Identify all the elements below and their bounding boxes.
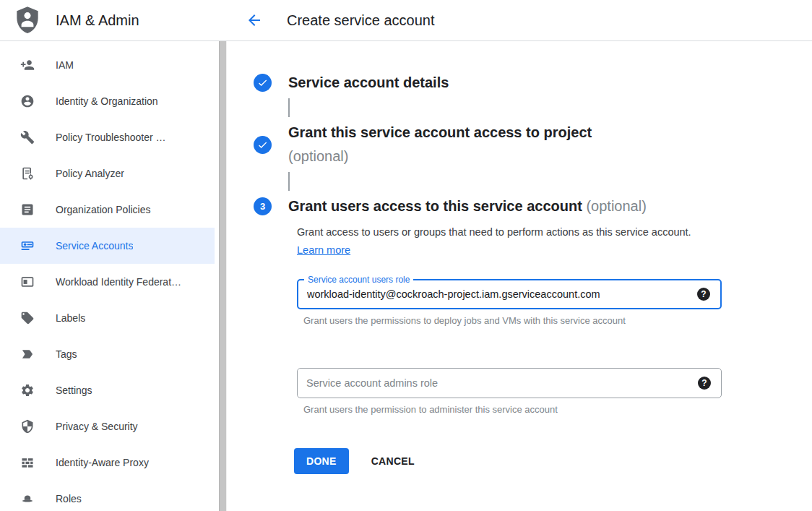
cancel-button[interactable]: CANCEL: [371, 455, 415, 467]
sidebar-item-label: Identity-Aware Proxy: [56, 457, 149, 468]
step-2-optional: (optional): [288, 148, 348, 164]
sidebar-item-label: Policy Troubleshooter …: [56, 132, 166, 143]
sidebar-item-labels[interactable]: Labels: [0, 300, 215, 336]
sidebar-item-policy-troubleshooter[interactable]: Policy Troubleshooter …: [0, 119, 215, 155]
users-role-field: Service account users role ?: [297, 279, 722, 309]
proxy-grid-icon: [20, 455, 35, 470]
badge-card-icon: [20, 275, 35, 289]
label-tag-icon: [20, 311, 35, 325]
learn-more-link[interactable]: Learn more: [297, 244, 350, 256]
form-actions: DONE CANCEL: [294, 448, 783, 474]
sidebar-item-service-accounts[interactable]: Service Accounts: [0, 228, 215, 264]
step-3-description: Grant access to users or groups that nee…: [297, 223, 699, 259]
sidebar-item-privacy-security[interactable]: Privacy & Security: [0, 408, 215, 445]
sidebar-item-label: Policy Analyzer: [56, 168, 124, 179]
sidebar-scrollbar[interactable]: [219, 41, 226, 511]
sidebar-item-roles[interactable]: Roles: [0, 481, 215, 511]
top-bar: IAM & Admin Create service account: [0, 0, 812, 41]
help-icon[interactable]: ?: [697, 288, 710, 301]
main-content: Service account details Grant this servi…: [226, 41, 812, 511]
sidebar-item-policy-analyzer[interactable]: Policy Analyzer: [0, 155, 215, 192]
step-3-body: Grant access to users or groups that nee…: [297, 223, 812, 474]
person-add-icon: [20, 58, 35, 72]
admins-role-helper-text: Grant users the permission to administer…: [297, 404, 716, 415]
sidebar-item-identity-aware-proxy[interactable]: Identity-Aware Proxy: [0, 445, 215, 481]
sidebar-item-iam[interactable]: IAM: [0, 47, 215, 83]
admins-role-field: ?: [297, 368, 722, 398]
article-icon: [20, 202, 35, 217]
arrow-left-icon: [246, 12, 263, 29]
sidebar-item-label: Settings: [56, 385, 92, 396]
step-3-title: Grant users access to this service accou…: [288, 194, 647, 218]
step-3-number-badge: 3: [254, 197, 272, 215]
account-circle-icon: [20, 94, 35, 108]
sidebar-item-label: IAM: [56, 59, 74, 71]
step-3-row: 3 Grant users access to this service acc…: [254, 194, 812, 218]
sidebar-item-label: Identity & Organization: [56, 95, 158, 107]
step-3-optional: (optional): [586, 198, 646, 214]
step-1-row: Service account details: [254, 71, 812, 95]
sidebar-item-label: Privacy & Security: [56, 421, 138, 432]
shield-icon: [20, 419, 35, 434]
help-icon[interactable]: ?: [698, 377, 711, 390]
product-title: IAM & Admin: [56, 0, 139, 41]
sidebar-item-workload-identity-federation[interactable]: Workload Identity Federat…: [0, 264, 215, 300]
sidebar: IAM Identity & Organization Policy Troub…: [0, 41, 226, 511]
step-2-check-icon: [254, 136, 272, 154]
step-connector: [288, 172, 290, 191]
sidebar-item-settings[interactable]: Settings: [0, 372, 215, 408]
sidebar-item-tags[interactable]: Tags: [0, 336, 215, 372]
service-account-key-icon: [20, 239, 35, 253]
step-1-title: Service account details: [288, 71, 449, 95]
step-connector: [288, 98, 290, 117]
sidebar-item-label: Roles: [56, 493, 82, 504]
document-gear-icon: [20, 166, 35, 181]
sidebar-item-label: Labels: [56, 312, 85, 324]
sidebar-item-label: Workload Identity Federat…: [56, 276, 181, 288]
service-account-admins-role-input[interactable]: [298, 369, 721, 398]
step-2-row: Grant this service account access to pro…: [254, 121, 812, 168]
done-button[interactable]: DONE: [294, 448, 349, 474]
step-2-title: Grant this service account access to pro…: [288, 121, 649, 168]
step-1-check-icon: [254, 74, 272, 92]
service-account-users-role-input[interactable]: [298, 280, 720, 308]
sidebar-item-organization-policies[interactable]: Organization Policies: [0, 192, 215, 228]
tag-arrow-icon: [20, 347, 35, 361]
sidebar-item-label: Service Accounts: [56, 240, 133, 252]
sidebar-nav: IAM Identity & Organization Policy Troub…: [0, 41, 226, 511]
sidebar-item-identity-organization[interactable]: Identity & Organization: [0, 83, 215, 119]
hat-icon: [20, 491, 35, 506]
wrench-icon: [20, 130, 35, 145]
gear-icon: [20, 383, 35, 398]
iam-shield-person-icon: [16, 7, 39, 34]
sidebar-item-label: Organization Policies: [56, 204, 151, 215]
sidebar-item-label: Tags: [56, 348, 77, 360]
back-button[interactable]: [244, 10, 264, 30]
users-role-helper-text: Grant users the permissions to deploy jo…: [297, 315, 716, 326]
page-title: Create service account: [287, 0, 435, 41]
